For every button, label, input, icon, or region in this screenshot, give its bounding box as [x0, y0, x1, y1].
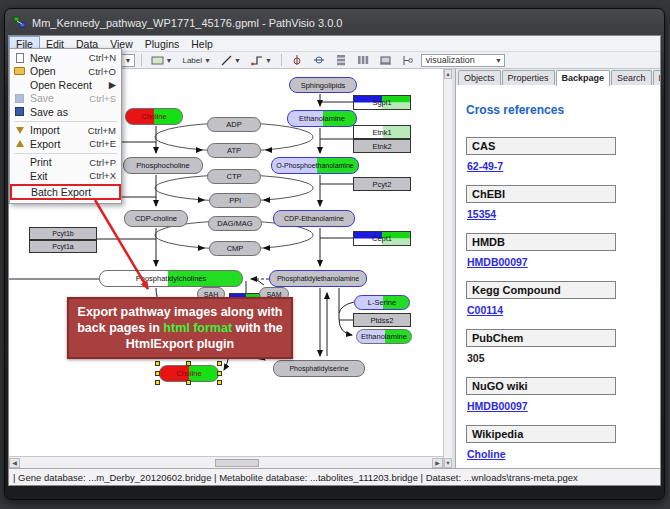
- xref-value-chebi[interactable]: 15354: [467, 208, 650, 220]
- common-width-icon: [379, 55, 392, 66]
- pathway-node-sgpl1[interactable]: Sgpl1: [353, 95, 411, 110]
- horizontal-scroll-thumb[interactable]: [215, 459, 259, 467]
- line-tool-icon: [221, 55, 232, 66]
- menu-item-label: Print: [30, 156, 84, 168]
- menubar-item-plugins[interactable]: Plugins: [139, 36, 185, 51]
- pathway-node-adp[interactable]: ADP: [207, 117, 261, 132]
- file-menu-item-new[interactable]: NewCtrl+N: [11, 51, 120, 65]
- pathway-node-o-phosphoethanolamine[interactable]: O-Phosphoethanolamine: [271, 157, 359, 174]
- pathway-node-dag-mag[interactable]: DAG/MAG: [208, 216, 262, 231]
- file-menu-item-open-recent[interactable]: Open Recent▶: [11, 78, 120, 92]
- selection-handle[interactable]: [155, 361, 160, 366]
- backpage-content[interactable]: Cross references CAS62-49-7ChEBI15354HMD…: [456, 85, 660, 468]
- file-menu-item-print[interactable]: PrintCtrl+P: [11, 156, 120, 170]
- visualization-combobox[interactable]: visualization ▼: [421, 54, 505, 67]
- pathway-node-ethanolamine[interactable]: Ethanolamine: [356, 329, 412, 344]
- xref-value-nugo-wiki[interactable]: HMDB00097: [467, 400, 650, 412]
- file-menu-item-export[interactable]: ExportCtrl+E: [11, 137, 120, 151]
- annotation-highlight: html format: [163, 321, 232, 335]
- xref-value-hmdb[interactable]: HMDB00097: [467, 256, 650, 268]
- vertical-scrollbar[interactable]: ▲ ▼: [443, 69, 452, 468]
- pathway-node-cmp[interactable]: CMP: [209, 241, 261, 256]
- xref-source-wikipedia: Wikipedia: [466, 425, 616, 443]
- file-menu: NewCtrl+NOpenCtrl+OOpen Recent▶SaveCtrl+…: [9, 48, 122, 204]
- cross-references-heading: Cross references: [466, 103, 650, 117]
- tab-properties[interactable]: Properties: [502, 70, 555, 85]
- horizontal-scrollbar[interactable]: ◀ ▶: [9, 456, 443, 468]
- annotation-callout: Export pathway images along with back pa…: [67, 297, 293, 359]
- side-panel: ObjectsPropertiesBackpageSearchLegend Cr…: [455, 69, 660, 468]
- pathway-node-ppi[interactable]: PPi: [209, 193, 261, 208]
- pathway-node-cept1[interactable]: Cept1: [353, 231, 411, 246]
- common-width-button[interactable]: [376, 54, 395, 67]
- selection-handle[interactable]: [186, 361, 191, 366]
- file-menu-item-exit[interactable]: ExitCtrl+X: [11, 169, 120, 183]
- new-datanode-button[interactable]: ▼: [148, 54, 176, 67]
- file-menu-item-open[interactable]: OpenCtrl+O: [11, 65, 120, 79]
- menu-separator: [14, 153, 117, 154]
- scroll-left-icon[interactable]: ◀: [9, 458, 20, 468]
- pathway-node-phosphatidylethanolamine[interactable]: Phosphatidylethanolamine: [269, 270, 367, 287]
- chevron-down-icon: ▼: [495, 57, 502, 64]
- new-label-button[interactable]: Label ▼: [179, 54, 214, 67]
- title-bar[interactable]: Mm_Kennedy_pathway_WP1771_45176.gpml - P…: [13, 13, 656, 33]
- pathway-node-pcyt1b[interactable]: Pcyt1b: [29, 227, 97, 240]
- pathway-node-cdp-choline[interactable]: CDP-choline: [124, 210, 188, 227]
- tab-legend[interactable]: Legend: [653, 70, 661, 85]
- pathway-node-ctp[interactable]: CTP: [207, 169, 261, 184]
- new-connector-button[interactable]: ▼: [248, 54, 275, 67]
- menubar-item-help[interactable]: Help: [185, 36, 219, 51]
- pathway-node-pcyt2[interactable]: Pcyt2: [353, 177, 411, 191]
- selection-handle[interactable]: [155, 371, 160, 376]
- pathway-node-phosphatidylcholines[interactable]: Phosphatidylcholines: [99, 270, 243, 287]
- chevron-down-icon: ▼: [125, 57, 132, 64]
- pathway-node-phosphatidylserine[interactable]: Phosphatidylserine: [273, 360, 365, 377]
- pathway-node-ptdss2[interactable]: Ptdss2: [353, 313, 411, 327]
- scroll-right-icon[interactable]: ▶: [432, 458, 443, 468]
- file-menu-item-batch-export[interactable]: Batch Export: [10, 184, 121, 200]
- xref-value-cas[interactable]: 62-49-7: [467, 160, 650, 172]
- selection-handle[interactable]: [217, 361, 222, 366]
- chevron-down-icon: ▼: [234, 57, 241, 64]
- pathway-node-pcyt1a[interactable]: Pcyt1a: [29, 240, 97, 253]
- pathway-node-l-serine[interactable]: L-Serine: [354, 295, 410, 310]
- menu-separator: [14, 121, 117, 122]
- xref-value-pubchem: 305: [467, 352, 650, 364]
- pathway-node-cdp-ethanolamine[interactable]: CDP-Ethanolamine: [273, 210, 355, 227]
- tab-search[interactable]: Search: [611, 70, 652, 85]
- stack-rows-icon: [335, 54, 347, 66]
- pathway-node-atp[interactable]: ATP: [207, 143, 261, 158]
- menu-item-label: Exit: [30, 170, 84, 182]
- pathway-node-choline[interactable]: Choline: [125, 108, 183, 125]
- tab-objects[interactable]: Objects: [458, 70, 501, 85]
- xref-value-kegg-compound[interactable]: C00114: [467, 304, 650, 316]
- scroll-up-icon[interactable]: ▲: [444, 69, 452, 79]
- file-menu-item-import[interactable]: ImportCtrl+M: [11, 124, 120, 138]
- stack-vertical-button[interactable]: [332, 54, 350, 67]
- chevron-down-icon: ▼: [204, 57, 211, 64]
- selection-handle[interactable]: [217, 380, 222, 385]
- selection-handle[interactable]: [155, 380, 160, 385]
- menu-item-label: Export: [30, 138, 84, 150]
- xref-source-pubchem: PubChem: [466, 329, 616, 347]
- menu-item-label: Open: [30, 65, 83, 77]
- pathway-node-etnk1[interactable]: Etnk1: [353, 125, 411, 139]
- new-line-button[interactable]: ▼: [218, 54, 244, 67]
- selection-handle[interactable]: [217, 371, 222, 376]
- pathway-node-ethanolamine[interactable]: Ethanolamine: [287, 110, 357, 127]
- scroll-down-icon[interactable]: ▼: [444, 458, 452, 468]
- pathway-node-etnk2[interactable]: Etnk2: [353, 139, 411, 153]
- file-menu-item-save[interactable]: SaveCtrl+S: [11, 92, 120, 106]
- tab-backpage[interactable]: Backpage: [556, 70, 611, 86]
- common-height-button[interactable]: [399, 54, 417, 67]
- xref-source-kegg-compound: Kegg Compound: [466, 281, 616, 299]
- pathway-node-sphingolipids[interactable]: Sphingolipids: [289, 77, 357, 93]
- file-menu-item-save-as[interactable]: Save as: [11, 105, 120, 119]
- pathway-node-phosphocholine[interactable]: Phosphocholine: [123, 157, 203, 174]
- align-middle-button[interactable]: [310, 54, 328, 67]
- toolbar-separator: [141, 54, 142, 66]
- align-center-button[interactable]: [288, 54, 306, 67]
- xref-value-wikipedia[interactable]: Choline: [467, 448, 650, 460]
- stack-horizontal-button[interactable]: [354, 54, 372, 67]
- selection-handle[interactable]: [186, 380, 191, 385]
